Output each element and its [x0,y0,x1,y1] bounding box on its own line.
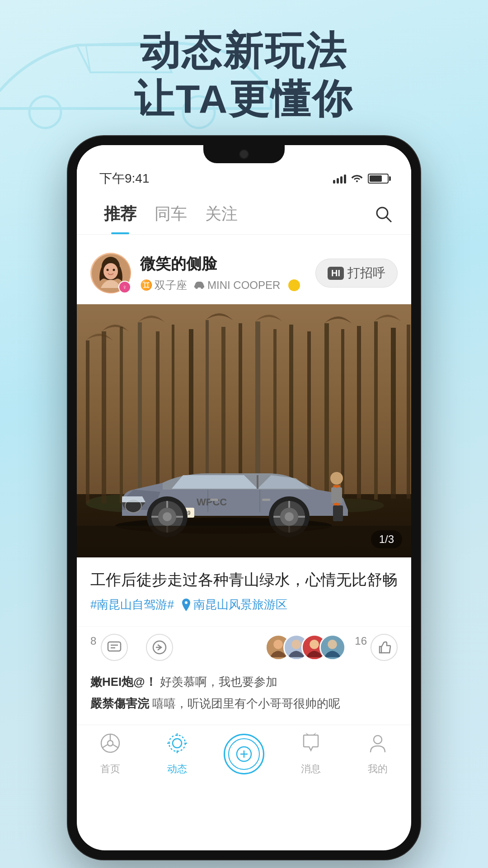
post-actions: 8 [77,626,411,668]
nav-message-label: 消息 [301,762,321,776]
comment-item: 嚴禁傷害浣 嘻嘻，听说团里有个小哥哥很帅的呢 [90,694,398,713]
svg-point-99 [374,736,382,744]
phone-notch [203,145,285,163]
hi-badge: HI [328,267,344,280]
svg-point-90 [173,739,182,748]
svg-point-82 [310,640,319,649]
message-icon [300,732,322,759]
location[interactable]: 南昆山风景旅游区 [181,597,287,613]
gender-badge: ♀ [118,281,131,293]
svg-rect-49 [262,499,270,501]
svg-line-3 [386,217,391,222]
nav-post[interactable] [217,734,271,774]
svg-line-89 [113,745,118,748]
phone-screen: 下午9:41 [77,145,411,850]
participant-avatar [319,634,346,660]
nav-message[interactable]: 消息 [284,732,338,776]
signal-icon [333,174,346,184]
steering-wheel-icon [99,732,121,759]
like-button[interactable]: 16 [355,634,398,661]
svg-point-53 [163,512,172,521]
tab-recommended[interactable]: 推荐 [95,198,145,234]
bottom-nav: 首页 动态 [77,725,411,789]
post-image: WPCC 1-UUW 789 [77,304,411,557]
user-tags: ♊ 双子座 MINI COOPER [140,278,306,292]
svg-point-80 [291,640,301,649]
image-counter: 1/3 [371,530,402,548]
svg-rect-48 [210,499,218,501]
post-caption: 工作后徒步走过各种青山绿水，心情无比舒畅 #南昆山自驾游# 南昆山风景旅游区 [77,557,411,626]
post-card: ♀ 微笑的侧脸 ♊ 双子座 [77,242,411,725]
greet-label: 打招呼 [347,264,385,282]
svg-rect-37 [138,322,142,503]
header-title-line1: 动态新玩法 [0,27,488,75]
tab-samecar[interactable]: 同车 [145,198,196,234]
svg-point-91 [169,735,185,751]
svg-point-61 [285,512,294,521]
svg-point-6 [103,263,118,279]
comments-section: 嫩HEI炮@！ 好羡慕啊，我也要参加 嚴禁傷害浣 嘻嘻，听说团里有个小哥哥很帅的… [77,668,411,725]
comment-count: 8 [90,635,96,647]
nav-mine[interactable]: 我的 [351,732,405,776]
greet-button[interactable]: HI 打招呼 [315,259,398,288]
tab-follow[interactable]: 关注 [196,198,247,234]
share-button[interactable] [146,634,173,661]
verified-icon [288,279,300,291]
svg-rect-72 [77,526,411,557]
nav-tabs: 推荐 同车 关注 [77,194,411,235]
svg-point-9 [195,286,198,289]
username: 微笑的侧脸 [140,254,306,274]
comment-button[interactable]: 8 [90,634,128,661]
zodiac-icon: ♊ [140,279,152,291]
comment-username: 嚴禁傷害浣 [90,697,149,710]
comment-item: 嫩HEI炮@！ 好羡慕啊，我也要参加 [90,673,398,692]
participants [265,634,346,660]
search-icon[interactable] [374,205,393,228]
user-info: 微笑的侧脸 ♊ 双子座 [140,254,306,292]
svg-rect-73 [108,642,121,651]
zodiac-tag: ♊ 双子座 [140,278,187,292]
post-image-wrap[interactable]: WPCC 1-UUW 789 [77,304,411,557]
svg-line-88 [103,745,108,748]
notch-camera [239,149,249,159]
post-button[interactable] [224,734,264,774]
phone-frame: 下午9:41 [68,136,420,859]
comment-username: 嫩HEI炮@！ [90,675,157,689]
dynamic-icon [166,732,188,759]
svg-point-2 [377,208,388,218]
status-icons [333,172,389,185]
phone-wrapper: 下午9:41 [0,136,488,859]
battery-icon [368,174,389,184]
svg-point-86 [108,741,113,746]
nav-dynamic-label: 动态 [167,762,187,776]
svg-point-10 [201,286,203,289]
comment-text: 嘻嘻，听说团里有个小哥哥很帅的呢 [152,697,340,710]
post-header: ♀ 微笑的侧脸 ♊ 双子座 [77,242,411,304]
svg-point-8 [113,269,115,271]
svg-text:WPCC: WPCC [197,496,227,508]
nav-mine-label: 我的 [368,762,388,776]
svg-point-66 [330,472,343,485]
svg-point-78 [273,640,283,649]
svg-rect-71 [338,505,343,521]
nav-dynamic[interactable]: 动态 [150,732,204,776]
status-time: 下午9:41 [99,170,150,187]
svg-rect-39 [255,321,260,500]
hashtag[interactable]: #南昆山自驾游# [90,597,174,613]
svg-point-7 [106,269,108,271]
svg-point-84 [328,640,337,649]
nav-home[interactable]: 首页 [83,732,137,776]
svg-rect-38 [206,320,209,499]
header-title-line2: 让TA更懂你 [0,75,488,123]
wifi-icon [351,172,363,185]
caption-text: 工作后徒步走过各种青山绿水，心情无比舒畅 [90,568,398,591]
person-icon [367,732,389,759]
car-tag: MINI COOPER [193,279,280,292]
svg-rect-68 [331,487,337,503]
avatar[interactable]: ♀ [90,253,131,293]
svg-rect-69 [337,487,342,503]
comment-text: 好羡慕啊，我也要参加 [160,675,277,689]
caption-tags: #南昆山自驾游# 南昆山风景旅游区 [90,597,398,613]
header-section: 动态新玩法 让TA更懂你 [0,0,488,136]
like-count: 16 [355,635,367,647]
